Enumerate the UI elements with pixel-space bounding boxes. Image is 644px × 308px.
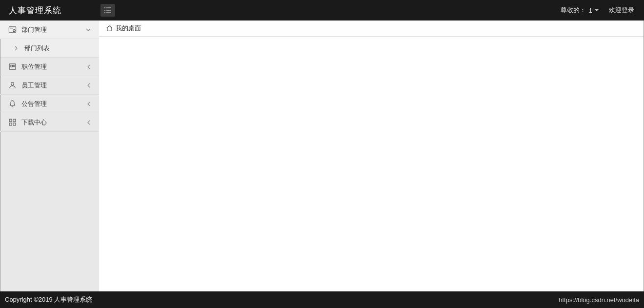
chevron-down-icon bbox=[85, 27, 91, 33]
svg-rect-17 bbox=[13, 123, 15, 125]
sidebar-subitem-department-list[interactable]: 部门列表 bbox=[0, 39, 99, 58]
list-icon bbox=[104, 7, 112, 14]
svg-rect-16 bbox=[9, 123, 12, 125]
svg-rect-15 bbox=[13, 119, 15, 122]
caret-down-icon bbox=[594, 9, 599, 12]
folder-settings-icon bbox=[8, 25, 17, 34]
sidebar: 部门管理 部门列表 职位管理 bbox=[0, 21, 99, 291]
svg-point-4 bbox=[104, 12, 105, 13]
svg-rect-10 bbox=[10, 65, 12, 67]
footer: Copyright ©2019 人事管理系统 https://blog.csdn… bbox=[0, 291, 644, 308]
sidebar-item-label: 下载中心 bbox=[21, 118, 86, 127]
bell-icon bbox=[8, 100, 17, 108]
sidebar-item-department[interactable]: 部门管理 bbox=[0, 21, 99, 39]
sidebar-item-label: 部门管理 bbox=[21, 25, 85, 34]
sidebar-item-label: 公告管理 bbox=[21, 100, 86, 108]
sidebar-subitem-label: 部门列表 bbox=[24, 44, 50, 53]
chevron-left-icon bbox=[86, 102, 91, 106]
sidebar-item-label: 员工管理 bbox=[21, 81, 86, 90]
svg-point-7 bbox=[13, 30, 15, 32]
header: 人事管理系统 尊敬的： 1 欢迎登录 bbox=[0, 0, 644, 21]
chevron-right-icon bbox=[14, 46, 19, 51]
chevron-left-icon bbox=[86, 64, 91, 69]
main-content: 我的桌面 bbox=[99, 21, 644, 291]
tab-label: 我的桌面 bbox=[116, 24, 141, 33]
content-area bbox=[99, 37, 644, 291]
sidebar-item-employee[interactable]: 员工管理 bbox=[0, 76, 99, 95]
username: 1 bbox=[589, 7, 592, 14]
sidebar-item-download[interactable]: 下载中心 bbox=[0, 113, 99, 132]
app-title: 人事管理系统 bbox=[9, 5, 61, 16]
sidebar-item-label: 职位管理 bbox=[21, 62, 86, 71]
home-icon bbox=[106, 25, 113, 32]
svg-point-13 bbox=[11, 82, 14, 85]
svg-point-2 bbox=[104, 10, 105, 11]
header-right: 尊敬的： 1 欢迎登录 bbox=[561, 6, 639, 15]
chevron-left-icon bbox=[86, 83, 91, 88]
greeting-prefix: 尊敬的： bbox=[561, 6, 586, 15]
welcome-login-link[interactable]: 欢迎登录 bbox=[609, 6, 634, 15]
chevron-left-icon bbox=[86, 120, 91, 125]
badge-icon bbox=[8, 62, 17, 71]
footer-watermark: https://blog.csdn.net/wodeita bbox=[559, 296, 639, 304]
tab-desktop[interactable]: 我的桌面 bbox=[106, 24, 141, 33]
footer-copyright: Copyright ©2019 人事管理系统 bbox=[5, 295, 92, 304]
svg-rect-14 bbox=[9, 119, 12, 122]
user-dropdown[interactable]: 1 bbox=[589, 7, 599, 14]
tab-bar: 我的桌面 bbox=[99, 21, 644, 37]
user-icon bbox=[8, 81, 17, 90]
sidebar-item-notice[interactable]: 公告管理 bbox=[0, 95, 99, 113]
sidebar-item-position[interactable]: 职位管理 bbox=[0, 58, 99, 76]
grid-icon bbox=[8, 118, 17, 127]
svg-point-0 bbox=[104, 7, 105, 8]
toggle-sidebar-button[interactable] bbox=[101, 4, 115, 17]
